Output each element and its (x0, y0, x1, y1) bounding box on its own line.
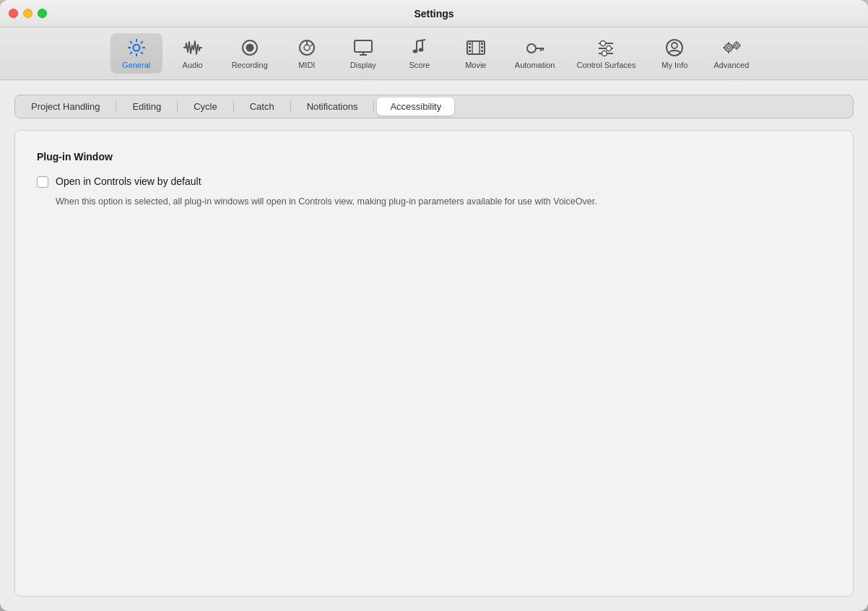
toolbar-item-movie[interactable]: Movie (450, 33, 502, 74)
toolbar-label-advanced: Advanced (713, 61, 749, 69)
svg-point-0 (133, 45, 139, 51)
toolbar-label-score: Score (409, 61, 430, 69)
subtab-divider-2 (177, 101, 178, 113)
close-button[interactable] (9, 9, 18, 18)
svg-point-12 (304, 45, 310, 51)
svg-rect-28 (481, 46, 483, 48)
svg-rect-29 (481, 50, 483, 52)
content-area: Project Handling Editing Cycle Catch Not… (0, 80, 868, 611)
subtab-project-handling[interactable]: Project Handling (18, 98, 113, 116)
audio-waveform-icon (183, 38, 203, 58)
subtab-divider-1 (116, 101, 116, 113)
svg-rect-27 (481, 43, 483, 45)
svg-point-50 (734, 43, 739, 48)
svg-point-51 (735, 44, 738, 47)
subtab-cycle[interactable]: Cycle (181, 98, 230, 116)
toolbar-label-my-info: My Info (661, 61, 687, 69)
svg-point-10 (246, 44, 253, 52)
toolbar-item-general[interactable]: General (110, 33, 162, 74)
svg-line-20 (417, 40, 425, 41)
svg-point-43 (672, 43, 677, 48)
toolbar-label-general: General (122, 61, 150, 69)
subtab-editing[interactable]: Editing (119, 98, 174, 116)
subtab-divider-5 (373, 101, 374, 113)
toolbar-item-display[interactable]: Display (337, 33, 389, 74)
svg-line-5 (130, 41, 132, 43)
checkbox-label-controls-view: Open in Controls view by default (56, 176, 201, 187)
subtabs-bar: Project Handling Editing Cycle Catch Not… (14, 95, 854, 118)
subtab-divider-4 (290, 101, 291, 113)
checkbox-controls-view[interactable] (37, 176, 48, 188)
section-title-plugin-window: Plug-in Window (37, 151, 831, 162)
display-monitor-icon (353, 38, 373, 58)
person-circle-icon (664, 38, 685, 58)
toolbar-item-control-surfaces[interactable]: Control Surfaces (568, 33, 644, 74)
svg-point-32 (527, 44, 536, 53)
settings-panel: Plug-in Window Open in Controls view by … (14, 130, 854, 597)
svg-rect-15 (355, 40, 372, 52)
svg-point-41 (602, 51, 607, 56)
toolbar-label-control-surfaces: Control Surfaces (576, 61, 635, 69)
checkbox-row-controls-view: Open in Controls view by default (37, 176, 831, 188)
svg-line-6 (141, 52, 143, 54)
subtab-catch[interactable]: Catch (237, 98, 287, 116)
subtab-accessibility[interactable]: Accessibility (377, 98, 454, 116)
subtab-divider-3 (233, 101, 234, 113)
svg-point-39 (601, 41, 606, 46)
svg-rect-24 (469, 43, 471, 45)
toolbar-item-audio[interactable]: Audio (167, 33, 219, 74)
subtab-notifications[interactable]: Notifications (294, 98, 371, 116)
toolbar-item-my-info[interactable]: My Info (648, 33, 700, 74)
toolbar-item-automation[interactable]: Automation (506, 33, 564, 74)
toolbar-label-automation: Automation (515, 61, 555, 69)
minimize-button[interactable] (23, 9, 32, 18)
svg-point-40 (607, 46, 612, 51)
svg-rect-26 (469, 50, 471, 52)
traffic-lights (9, 9, 47, 18)
window-title: Settings (414, 8, 453, 20)
svg-line-7 (141, 41, 143, 43)
settings-window: Settings (0, 0, 868, 611)
svg-line-8 (130, 52, 132, 54)
automation-path-icon (525, 38, 545, 58)
midi-dial-icon (297, 38, 317, 58)
toolbar-label-midi: MIDI (298, 61, 315, 69)
toolbar: General Audio Recording (0, 27, 868, 80)
svg-point-45 (727, 46, 730, 49)
checkbox-description-controls-view: When this option is selected, all plug-i… (56, 195, 831, 209)
svg-rect-25 (469, 46, 471, 48)
maximize-button[interactable] (38, 9, 47, 18)
toolbar-label-audio: Audio (183, 61, 203, 69)
score-notes-icon (409, 38, 430, 58)
svg-point-44 (725, 44, 732, 51)
recording-circle-icon (240, 38, 260, 58)
movie-film-icon (466, 38, 486, 58)
control-sliders-icon (596, 38, 616, 58)
toolbar-label-display: Display (350, 61, 376, 69)
toolbar-item-score[interactable]: Score (394, 33, 446, 74)
toolbar-label-movie: Movie (465, 61, 486, 69)
gear-settings-icon (126, 38, 147, 58)
toolbar-item-advanced[interactable]: Advanced (705, 33, 758, 74)
toolbar-item-recording[interactable]: Recording (223, 33, 277, 74)
advanced-gear-icon (721, 38, 742, 58)
titlebar: Settings (0, 0, 868, 27)
toolbar-item-midi[interactable]: MIDI (281, 33, 333, 74)
toolbar-label-recording: Recording (232, 61, 268, 69)
